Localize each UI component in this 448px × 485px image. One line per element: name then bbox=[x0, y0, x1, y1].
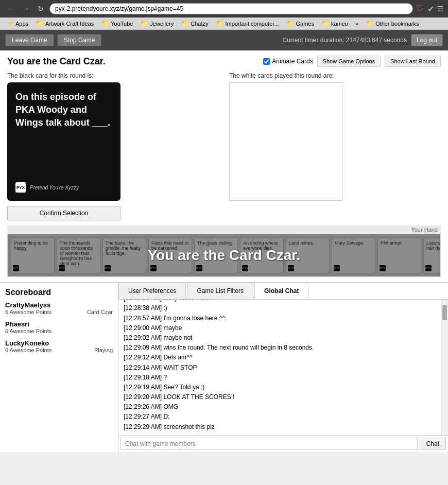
bottom-panel: Scoreboard CraftyMaelyss 6 Awesome Point… bbox=[0, 282, 448, 452]
bookmarks-more[interactable]: » bbox=[353, 20, 361, 27]
folder-icon: 📁 bbox=[286, 20, 295, 27]
player-points: 6 Awesome Points bbox=[5, 347, 51, 353]
player-status: Playing bbox=[94, 347, 113, 353]
chat-area: [12:28:33 AM] OMG[12:28:35 AM] lucky car… bbox=[118, 300, 448, 452]
chat-message: [12:28:38 AM] :) bbox=[124, 303, 436, 313]
bookmark-artwork[interactable]: 📁 Artwork Craft Ideas bbox=[33, 19, 96, 28]
your-hand-label: Your Hand bbox=[7, 226, 441, 234]
logout-button[interactable]: Log out bbox=[411, 34, 443, 46]
bookmark-youtube[interactable]: 📁 YouTube bbox=[98, 19, 135, 28]
tab-global-chat[interactable]: Global Chat bbox=[254, 283, 308, 299]
scoreboard-title: Scoreboard bbox=[5, 288, 113, 297]
scoreboard: Scoreboard CraftyMaelyss 6 Awesome Point… bbox=[0, 283, 118, 452]
hand-area: You are the Card Czar. Pretending to be … bbox=[7, 234, 441, 277]
show-last-round-button[interactable]: Show Last Round bbox=[385, 56, 441, 67]
black-card-label: The black card for this round is: bbox=[7, 72, 219, 79]
game-toolbar: Leave Game Stop Game Current timer durat… bbox=[0, 30, 448, 50]
security-icon: 🛡 bbox=[416, 4, 424, 13]
folder-icon: 📁 bbox=[181, 20, 189, 27]
folder-icon: 📁 bbox=[321, 20, 330, 27]
reload-button[interactable]: ↻ bbox=[35, 4, 46, 14]
bookmark-other[interactable]: 📁 Other bookmarks bbox=[363, 19, 421, 28]
bookmark-jewellery[interactable]: 📁 Jewellery bbox=[137, 19, 176, 28]
folder-icon: 📁 bbox=[366, 20, 374, 27]
white-cards-section: The white cards played this round are: bbox=[229, 72, 441, 201]
folder-icon: 📁 bbox=[36, 20, 44, 27]
bookmark-games[interactable]: 📁 Games bbox=[284, 19, 317, 28]
player-points: 6 Awesome Points bbox=[5, 309, 51, 315]
tab-game-list-filters[interactable]: Game List Filters bbox=[187, 283, 253, 299]
white-cards-played-area bbox=[229, 82, 342, 201]
score-item: Phaesri 6 Awesome Points bbox=[5, 320, 113, 334]
black-card-text: On this episode of PKA Woody and Wings t… bbox=[15, 91, 112, 177]
chat-message: [12:29:26 AM] OMG bbox=[124, 402, 436, 412]
chat-message: [12:29:09 AM] wins the round. The next r… bbox=[124, 343, 436, 353]
chat-message: [12:29:12 AM] Defs am^^ bbox=[124, 353, 436, 362]
white-cards-label: The white cards played this round are: bbox=[229, 72, 441, 79]
address-bar[interactable] bbox=[49, 3, 413, 14]
chat-message: [12:29:02 AM] maybe not bbox=[124, 333, 436, 343]
cards-area: The black card for this round is: On thi… bbox=[7, 72, 441, 201]
chat-message: [12:29:19 AM] See? Told ya :) bbox=[124, 383, 436, 392]
back-button[interactable]: ← bbox=[4, 4, 16, 14]
player-name: LuckyKoneko bbox=[5, 339, 113, 347]
player-status: Card Czar bbox=[87, 309, 113, 315]
folder-icon: 📁 bbox=[140, 20, 148, 27]
player-name: CraftyMaelyss bbox=[5, 301, 113, 309]
chat-message: [12:28:57 AM] I'm gonna lose here ^^: bbox=[124, 314, 436, 323]
chat-input[interactable] bbox=[120, 438, 418, 450]
tab-user-preferences[interactable]: User Preferences bbox=[118, 283, 186, 299]
right-panel: User PreferencesGame List FiltersGlobal … bbox=[118, 283, 448, 452]
extension-icon: ✔ bbox=[427, 4, 434, 14]
bookmark-apps[interactable]: ⚡ Apps bbox=[4, 20, 31, 27]
chat-message: [12:29:00 AM] maybe bbox=[124, 323, 436, 333]
game-main: You are the Card Czar. Animate Cards Sho… bbox=[0, 50, 448, 282]
chat-message: [12:29:29 AM] screenshot this plz bbox=[124, 422, 436, 432]
leave-game-button[interactable]: Leave Game bbox=[5, 34, 54, 46]
brand-logo-icon: PYX bbox=[15, 182, 26, 193]
bookmark-kameo[interactable]: 📁 kameo bbox=[319, 19, 351, 28]
show-game-options-button[interactable]: Show Game Options bbox=[317, 56, 381, 67]
score-item: LuckyKoneko 6 Awesome Points Playing bbox=[5, 339, 113, 353]
bookmark-chatzy[interactable]: 📁 Chatzy bbox=[178, 19, 211, 28]
tabs-row: User PreferencesGame List FiltersGlobal … bbox=[118, 283, 448, 300]
chat-input-row: Chat bbox=[118, 435, 448, 452]
black-card: On this episode of PKA Woody and Wings t… bbox=[7, 82, 120, 201]
animate-cards-checkbox[interactable] bbox=[263, 58, 270, 65]
folder-icon: 📁 bbox=[216, 20, 224, 27]
player-points: 6 Awesome Points bbox=[5, 328, 51, 334]
black-card-section: The black card for this round is: On thi… bbox=[7, 72, 219, 201]
scrollbar[interactable] bbox=[441, 300, 448, 435]
chat-message: [12:29:14 AM] WAIT STOP bbox=[124, 363, 436, 373]
apps-icon: ⚡ bbox=[7, 20, 14, 27]
chat-message: [12:29:18 AM] ? bbox=[124, 373, 436, 383]
confirm-selection-button[interactable]: Confirm Selection bbox=[7, 206, 120, 220]
czar-overlay: You are the Card Czar. bbox=[8, 234, 440, 276]
forward-button[interactable]: → bbox=[20, 4, 32, 14]
folder-icon: 📁 bbox=[101, 20, 109, 27]
player-name: Phaesri bbox=[5, 320, 113, 328]
score-item: CraftyMaelyss 6 Awesome Points Card Czar bbox=[5, 301, 113, 315]
game-title: You are the Card Czar. bbox=[7, 56, 106, 67]
game-controls: Animate Cards Show Game Options Show Las… bbox=[263, 56, 441, 67]
brand-label: Pretend You're Xyzzy bbox=[30, 185, 79, 190]
chat-message: [12:28:35 AM] lucky cards here bbox=[124, 300, 436, 303]
chat-send-button[interactable]: Chat bbox=[420, 438, 446, 450]
stop-game-button[interactable]: Stop Game bbox=[57, 34, 102, 46]
scrollbar-thumb[interactable] bbox=[442, 305, 447, 320]
chat-messages: [12:28:33 AM] OMG[12:28:35 AM] lucky car… bbox=[118, 300, 441, 435]
czar-overlay-text: You are the Card Czar. bbox=[148, 247, 301, 264]
bookmarks-bar: ⚡ Apps 📁 Artwork Craft Ideas 📁 YouTube 📁… bbox=[0, 18, 448, 30]
chat-message: [12:29:20 AM] LOOK AT THE SCORES!! bbox=[124, 392, 436, 402]
bookmark-important[interactable]: 📁 Important computer... bbox=[213, 19, 282, 28]
timer-label: Current timer duration: 2147483.647 seco… bbox=[282, 37, 406, 44]
animate-cards-label[interactable]: Animate Cards bbox=[263, 58, 313, 65]
chat-message: [12:29:27 AM] D: bbox=[124, 412, 436, 422]
menu-button[interactable]: ☰ bbox=[437, 5, 444, 13]
